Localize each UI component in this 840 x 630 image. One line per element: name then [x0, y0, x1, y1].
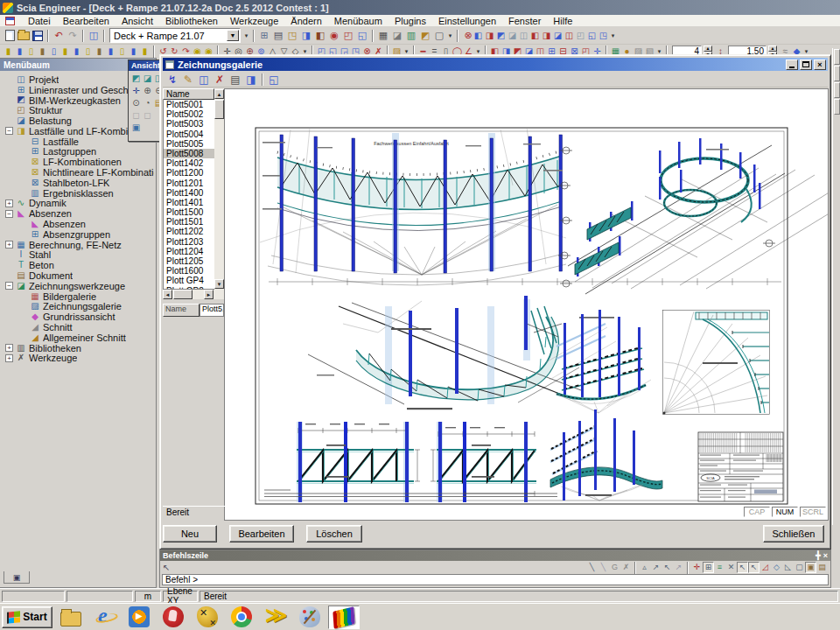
zoom-window-icon[interactable]: ⊙ — [130, 97, 142, 109]
fullscreen-preview-icon[interactable]: ◱ — [266, 73, 282, 87]
view-window-icon[interactable]: ◨ — [484, 31, 495, 42]
view-window-icon[interactable]: ◳ — [598, 31, 609, 42]
tree-item-berechnung-fe-netz[interactable]: +▦Berechnung, FE-Netz — [2, 240, 154, 250]
project-selector[interactable]: Deck + Rampe 21.07▼ — [109, 28, 241, 43]
plot-list-item[interactable]: Plott1200 — [164, 168, 214, 178]
tree-item-absenzen[interactable]: ◣Absenzen — [2, 219, 154, 229]
snap-dir-icon[interactable]: ↗ — [673, 562, 684, 573]
load-icon[interactable]: ▮ — [37, 46, 48, 57]
preview-icon[interactable]: ◪ — [390, 29, 404, 42]
snap-line-icon[interactable]: ╲ — [598, 562, 609, 573]
view-window-icon[interactable]: ◩ — [495, 31, 507, 42]
tree-item-schnitt[interactable]: ◢Schnitt — [2, 322, 154, 332]
load-icon[interactable]: ▮ — [105, 46, 116, 57]
plot-list-item[interactable]: Plott1202 — [164, 227, 214, 236]
expand-icon[interactable]: + — [5, 241, 13, 248]
close-dialog-button[interactable]: Schließen — [763, 525, 824, 542]
plot-list-item[interactable]: Plott1203 — [164, 237, 214, 247]
command-line-title-bar[interactable]: Befehlszeile ╋ × — [160, 550, 830, 561]
plot-list-item[interactable]: Plott5001 — [164, 100, 214, 109]
print-icon[interactable]: ▦ — [376, 29, 390, 42]
snap-none-icon[interactable]: ✕ — [725, 562, 737, 573]
delete-icon[interactable]: ✗ — [212, 73, 228, 87]
view-window-icon[interactable]: ◱ — [586, 31, 598, 42]
tree-item-stahlbeton-lfk[interactable]: ⊠Stahlbeton-LFK — [2, 178, 154, 188]
edge-button[interactable] — [834, 99, 840, 115]
tree-item-lf-kombinationen[interactable]: ⊠LF-Kombinationen — [2, 157, 154, 167]
insert-drawing-icon[interactable]: ↯ — [164, 73, 180, 87]
menu-plugins[interactable]: Plugins — [388, 16, 432, 26]
load-icon[interactable]: ▮ — [3, 46, 14, 57]
taskbar-mediaplayer-button[interactable] — [123, 606, 155, 629]
gallery-title-bar[interactable]: Zeichnungsgalerie × — [163, 58, 828, 71]
taskbar-scia-button[interactable] — [328, 606, 360, 629]
tree-item-zeichnungswerkzeuge[interactable]: −◪Zeichnungswerkzeuge — [2, 281, 154, 291]
open-folder-icon[interactable] — [17, 29, 31, 42]
tree-item-dokument[interactable]: ▤Dokument — [2, 270, 154, 281]
view-window-icon[interactable]: ◨ — [541, 31, 552, 42]
overflow-chevron-icon[interactable]: ▾ — [242, 32, 250, 39]
menu-bibliotheken[interactable]: Bibliotheken — [159, 16, 224, 26]
menu-datei[interactable]: Datei — [22, 16, 57, 26]
load-icon[interactable]: ▯ — [116, 46, 128, 57]
scroll-up-icon[interactable]: ▲ — [214, 89, 224, 99]
menubaum-dock-tab[interactable]: ▣ — [4, 571, 30, 584]
load-icon[interactable]: ▯ — [25, 46, 37, 57]
print-icon[interactable]: ▤ — [228, 73, 243, 87]
plot-list-item[interactable]: Plott GP4 — [164, 276, 214, 285]
snap-off-icon[interactable]: ✗ — [620, 562, 632, 573]
plot-list-hscrollbar[interactable]: ◄ ► — [163, 290, 224, 299]
edge-button[interactable] — [834, 82, 840, 98]
snap-raster-icon[interactable]: ⊞ — [703, 562, 714, 573]
collapse-icon[interactable]: − — [5, 282, 13, 290]
plot-list-item[interactable]: Plott1600 — [164, 266, 214, 276]
zoom-in-icon[interactable]: ⊕ — [142, 85, 153, 97]
menu-einstellungen[interactable]: Einstellungen — [432, 16, 502, 26]
layout-icon[interactable]: ◫ — [87, 29, 101, 42]
cursor-tool-icon[interactable]: ↖ — [163, 563, 175, 572]
snap-mid-icon[interactable]: ◇ — [771, 562, 782, 573]
axes-icon[interactable]: ✛ — [130, 85, 142, 97]
menu-ansicht[interactable]: Ansicht — [116, 16, 159, 26]
redo-icon[interactable]: ↷ — [66, 29, 80, 42]
scroll-right-icon[interactable]: ► — [204, 290, 214, 299]
taskbar-ie-button[interactable] — [89, 606, 121, 629]
snap-lines-icon[interactable]: ≡ — [714, 562, 725, 573]
expand-icon[interactable]: + — [5, 354, 13, 362]
snap-table-icon[interactable]: ▣ — [805, 562, 816, 573]
snap-endpoint-icon[interactable]: ↖ — [737, 562, 748, 573]
snap-tri-icon[interactable]: ◺ — [782, 562, 794, 573]
units-icon[interactable]: ⊞ — [257, 29, 271, 42]
close-button[interactable]: × — [814, 60, 826, 70]
menu-bearbeiten[interactable]: Bearbeiten — [57, 16, 116, 26]
collapse-icon[interactable]: − — [5, 210, 13, 218]
menu-fenster[interactable]: Fenster — [502, 16, 547, 26]
plot-list-item[interactable]: Plott1401 — [164, 198, 214, 207]
close-icon[interactable]: × — [823, 551, 828, 560]
command-input[interactable]: Befehl > — [162, 574, 829, 585]
plot-list-item[interactable]: Plott1400 — [164, 188, 214, 198]
start-button[interactable]: Start — [2, 606, 52, 628]
collapse-icon[interactable]: − — [5, 127, 13, 135]
tree-item-allgemeiner-schnitt[interactable]: ◢Allgemeiner Schnitt — [2, 332, 154, 343]
taskbar-chrome-button[interactable] — [226, 606, 257, 629]
plot-list-item[interactable]: Plott1205 — [164, 256, 214, 266]
xy-icon[interactable]: ◨ — [299, 29, 313, 42]
snap-line-icon[interactable]: ╲ — [586, 562, 598, 573]
plot-list-item[interactable]: Plott1501 — [164, 217, 214, 227]
taskbar-arrows-button[interactable] — [260, 606, 291, 629]
taskbar-game-button[interactable] — [192, 606, 223, 629]
plot-list-vscrollbar[interactable]: ▲ ▼ — [214, 88, 224, 290]
print-data-icon[interactable]: ▤ — [271, 29, 285, 42]
doc-icon[interactable]: ▢ — [432, 29, 446, 42]
taskbar-paint-button[interactable] — [294, 606, 326, 629]
view-window-icon[interactable]: ◰ — [575, 31, 586, 42]
scroll-left-icon[interactable]: ◄ — [163, 290, 172, 299]
tree-item-zeichnungsgalerie[interactable]: ▨Zeichnungsgalerie — [2, 302, 154, 312]
snap-table-icon[interactable]: ▤ — [816, 562, 828, 573]
tree-item-absenzgruppen[interactable]: ⊞Absenzgruppen — [2, 229, 154, 240]
menu-hilfe[interactable]: Hilfe — [547, 16, 578, 26]
expand-icon[interactable]: + — [5, 200, 13, 207]
overflow-chevron-icon[interactable]: ▾ — [446, 32, 454, 39]
load-icon[interactable]: ▮ — [139, 46, 150, 57]
